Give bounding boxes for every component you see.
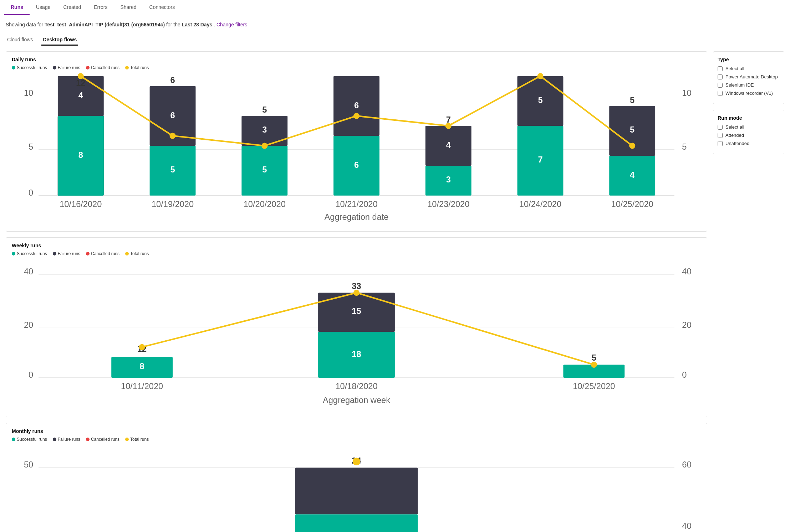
legend-successful: Successful runs <box>12 65 47 70</box>
wxaxis-2: 10/18/2020 <box>335 382 377 391</box>
type-panel-title: Type <box>718 57 780 62</box>
wy-r20: 20 <box>682 320 691 330</box>
legend-total: Total runs <box>125 65 149 70</box>
type-select-all[interactable]: Select all <box>718 66 780 71</box>
badge-success-6: 7 <box>538 155 542 164</box>
weekly-legend-failure: Failure runs <box>53 251 80 256</box>
sub-tabs: Cloud flows Desktop flows <box>0 31 790 46</box>
type-pad-checkbox[interactable] <box>718 74 723 79</box>
runmode-attended[interactable]: Attended <box>718 133 780 138</box>
badge-failure-6: 5 <box>538 95 542 105</box>
runmode-panel-title: Run mode <box>718 115 780 121</box>
subtab-desktop-flows[interactable]: Desktop flows <box>41 35 78 46</box>
type-select-all-checkbox[interactable] <box>718 66 723 71</box>
runmode-unattended[interactable]: Unattended <box>718 141 780 146</box>
change-filters-link[interactable]: Change filters <box>216 22 247 27</box>
weekly-dot-cancelled <box>86 252 90 255</box>
wbadge-success-1: 8 <box>140 362 144 371</box>
header-env: Test_test_AdminAPI_TIP (default)31 (org5… <box>45 22 165 27</box>
charts-area: Daily runs Successful runs Failure runs … <box>6 51 707 532</box>
legend-dot-successful <box>12 66 15 69</box>
total-dot-4 <box>353 113 360 119</box>
weekly-dot-successful <box>12 252 15 255</box>
tab-connectors[interactable]: Connectors <box>143 0 182 15</box>
monthly-dot-successful <box>12 438 15 441</box>
wbadge-total-2: 33 <box>352 281 361 290</box>
type-windows-recorder[interactable]: Windows recorder (V1) <box>718 91 780 96</box>
runmode-attended-label: Attended <box>725 133 744 138</box>
xaxis-5: 10/23/2020 <box>427 200 469 209</box>
xaxis-6: 10/24/2020 <box>519 200 561 209</box>
tab-created[interactable]: Created <box>57 0 87 15</box>
mbar-f1 <box>295 468 418 515</box>
monthly-legend: Successful runs Failure runs Cancelled r… <box>12 437 701 442</box>
legend-label-cancelled: Cancelled runs <box>91 65 119 70</box>
nav-tabs: Runs Usage Created Errors Shared Connect… <box>0 0 790 15</box>
legend-failure: Failure runs <box>53 65 80 70</box>
my-r60: 60 <box>682 460 691 470</box>
subtab-cloud-flows[interactable]: Cloud flows <box>6 35 34 46</box>
tab-shared[interactable]: Shared <box>114 0 143 15</box>
type-windows-recorder-checkbox[interactable] <box>718 91 723 96</box>
type-selenium[interactable]: Selenium IDE <box>718 82 780 88</box>
y-axis-label-10: 10 <box>24 88 33 98</box>
xaxis-3: 10/20/2020 <box>244 200 286 209</box>
wbadge-success-2: 18 <box>352 349 361 358</box>
type-windows-recorder-label: Windows recorder (V1) <box>725 91 773 96</box>
weekly-dot-failure <box>53 252 56 255</box>
runmode-unattended-checkbox[interactable] <box>718 141 723 146</box>
weekly-chart-svg: 40 20 0 40 20 0 12 <box>12 259 701 412</box>
badge-failure-2: 6 <box>170 111 175 120</box>
my-r40: 40 <box>682 521 691 531</box>
xaxis-1: 10/16/2020 <box>60 200 102 209</box>
wy-r0: 0 <box>682 370 687 379</box>
weekly-runs-title: Weekly runs <box>12 243 701 248</box>
wdot-1 <box>139 344 145 350</box>
runmode-select-all-checkbox[interactable] <box>718 125 723 130</box>
header-middle: for the <box>166 22 182 27</box>
tab-errors[interactable]: Errors <box>87 0 114 15</box>
runmode-attended-checkbox[interactable] <box>718 133 723 138</box>
monthly-dot-total <box>125 438 129 441</box>
type-select-all-label: Select all <box>725 66 744 71</box>
monthly-legend-failure: Failure runs <box>53 437 80 442</box>
tab-runs[interactable]: Runs <box>4 0 30 15</box>
weekly-label-cancelled: Cancelled runs <box>91 251 119 256</box>
total-dot-6 <box>537 73 543 79</box>
header-period: Last 28 Days <box>182 22 213 27</box>
xaxis-4: 10/21/2020 <box>335 200 377 209</box>
daily-chart-svg: 10 5 0 10 5 <box>12 73 701 226</box>
runmode-select-all-label: Select all <box>725 124 744 130</box>
monthly-legend-total: Total runs <box>125 437 149 442</box>
y-axis-label-5: 5 <box>29 142 33 151</box>
header-prefix: Showing data for <box>6 22 45 27</box>
badge-success-3: 5 <box>262 165 267 174</box>
type-selenium-checkbox[interactable] <box>718 83 723 88</box>
main-content: Daily runs Successful runs Failure runs … <box>0 51 790 532</box>
badge-total-3: 5 <box>262 105 267 114</box>
daily-chart-container: 10 5 0 10 5 <box>12 73 701 226</box>
monthly-label-cancelled: Cancelled runs <box>91 437 119 442</box>
runmode-panel: Run mode Select all Attended Unattended <box>713 110 784 154</box>
badge-failure-7: 5 <box>630 125 634 134</box>
monthly-label-successful: Successful runs <box>17 437 47 442</box>
xaxis-7: 10/25/2020 <box>611 200 653 209</box>
header-suffix: . <box>214 22 215 27</box>
my-50: 50 <box>24 460 33 470</box>
wxaxis-3: 10/25/2020 <box>573 382 615 391</box>
tab-usage[interactable]: Usage <box>30 0 57 15</box>
total-dot-3 <box>261 143 267 149</box>
type-pad[interactable]: Power Automate Desktop <box>718 74 780 79</box>
weekly-runs-panel: Weekly runs Successful runs Failure runs… <box>6 237 707 418</box>
badge-success-1: 8 <box>78 150 83 160</box>
wy-40: 40 <box>24 267 33 276</box>
weekly-x-title: Aggregation week <box>323 395 390 404</box>
daily-legend: Successful runs Failure runs Cancelled r… <box>12 65 701 70</box>
wdot-2 <box>353 289 360 295</box>
type-panel: Type Select all Power Automate Desktop S… <box>713 51 784 104</box>
total-dot-5 <box>445 123 452 129</box>
runmode-select-all[interactable]: Select all <box>718 124 780 130</box>
badge-success-7: 4 <box>630 170 634 180</box>
badge-success-4: 6 <box>354 160 359 170</box>
weekly-legend-successful: Successful runs <box>12 251 47 256</box>
